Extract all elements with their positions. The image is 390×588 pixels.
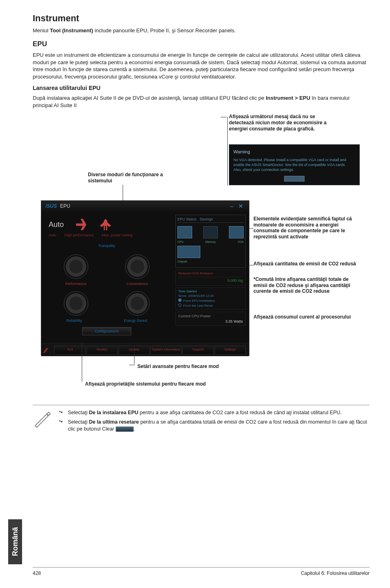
intro-pre: Meniul <box>33 27 50 34</box>
callout-line <box>123 185 123 201</box>
auto-label: Auto <box>49 220 64 229</box>
callout-warning: Afişează următorul mesaj dacă nu se dete… <box>229 114 339 132</box>
label-performance: Performance <box>65 281 87 286</box>
dial-reliability[interactable] <box>64 291 88 316</box>
titlebar: /SUS EPU – ✕ <box>41 201 249 211</box>
page-number: 428 <box>33 570 41 577</box>
warning-body: No VGA detected. Please install a compat… <box>233 158 346 167</box>
plane-icon[interactable] <box>76 219 87 230</box>
configurations-button[interactable]: Configurations <box>82 327 131 335</box>
tranquility-label: Tranquility <box>45 243 168 248</box>
footer-support[interactable]: Support <box>182 346 213 355</box>
co2-heading: Reduced CO2 Emission <box>178 272 243 277</box>
callout-settings: Setări avansate pentru fiecare mod <box>137 363 219 370</box>
callout-line <box>221 117 226 117</box>
heading-epu: EPU <box>33 40 370 49</box>
engine-label-memory: Memory <box>205 240 215 244</box>
brand-logo: /SUS <box>45 203 57 209</box>
app-footer: ⁄⁄ Tool Monitor Update System Informatio… <box>41 343 249 356</box>
engine-label-chipset: Chipset <box>177 260 187 263</box>
callout-line <box>249 228 253 229</box>
cpu-power-head: Current CPU Power <box>178 314 243 319</box>
language-label: Română <box>10 527 20 556</box>
mode-auto[interactable]: Auto <box>49 233 56 238</box>
time-started-panel: Time Started Since: 2009/01/09 12:34 Fro… <box>175 287 246 310</box>
callout-co2: Afişează cantitatea de emisii de CO2 red… <box>253 261 360 267</box>
footer-tool[interactable]: Tool <box>54 346 85 355</box>
engine-memory[interactable] <box>203 226 218 238</box>
label-energy: Energy Saved <box>124 318 147 323</box>
time-started-date: Since: 2009/01/09 12:34 <box>178 294 243 298</box>
left-pane: Auto Auto High performance Max. power sa… <box>41 211 172 343</box>
callout-toggle: *Comută între afişarea cantităţii totale… <box>253 276 360 294</box>
dial-energy[interactable] <box>125 291 150 316</box>
cpu-power-value: 3.25 Watts <box>178 319 243 324</box>
callout-line <box>249 265 253 265</box>
co2-value: 0.000 mg <box>178 277 243 284</box>
label-convenience: Convenience <box>126 281 148 286</box>
co2-panel: Reduced CO2 Emission 0.000 mg <box>175 269 246 286</box>
notes-section: Selectaţi De la instalarea EPU pentru a … <box>33 409 370 435</box>
intro-bold: Tool (Instrument) <box>50 27 93 34</box>
callout-line <box>134 348 134 364</box>
language-side-tab: Română <box>8 519 22 564</box>
engine-vga[interactable] <box>229 226 244 238</box>
callout-line <box>129 365 135 365</box>
cpu-power-panel: Current CPU Power 3.25 Watts <box>175 312 246 325</box>
epu-paragraph: EPU este un instrument de eficientizare … <box>33 52 370 80</box>
note-icon <box>33 409 52 428</box>
launch-heading: Lansarea utilitarului EPU <box>33 84 370 92</box>
chapter-label: Capitolul 6: Folosirea utilitarelor <box>301 570 370 577</box>
clear-button-image <box>116 426 134 432</box>
warning-body2: Also, check your connection settings. <box>233 168 294 172</box>
warning-dialog: Warning No VGA detected. Please install … <box>229 144 360 185</box>
callout-modes: Diverse moduri de funcţionare a sistemul… <box>88 172 178 184</box>
note-2: Selectaţi De la ultima resetare pentru a… <box>59 419 370 433</box>
footer-sysinfo[interactable]: System Information <box>150 346 182 355</box>
footer-settings[interactable]: Settings <box>215 346 246 355</box>
window-controls[interactable]: – ✕ <box>230 202 245 210</box>
label-reliability: Reliability <box>66 318 82 323</box>
footer-monitor[interactable]: Monitor <box>86 346 117 355</box>
status-panel: EPU Status Savings CPU Memory VGA <box>175 215 246 268</box>
dial-convenience[interactable] <box>125 254 150 279</box>
heading-instrument: Instrument <box>33 12 370 25</box>
mode-high-performance[interactable]: High performance <box>65 233 94 238</box>
dial-performance[interactable] <box>64 254 88 279</box>
callout-props: Afişează proprietăţile sistemului pentru… <box>85 381 206 387</box>
person-icon[interactable] <box>100 219 111 230</box>
callout-line <box>82 343 82 382</box>
mode-max-power-saving[interactable]: Max. power saving <box>102 233 132 238</box>
callout-power: Afişează consumul curent al procesorului <box>253 314 360 320</box>
engine-label-vga: VGA <box>238 240 244 244</box>
radio-from-install[interactable]: From EPU Installation <box>178 298 243 303</box>
launch-paragraph: După instalarea aplicaţiei AI Suite II d… <box>33 94 370 109</box>
footer-logo-icon: ⁄⁄ <box>45 346 54 354</box>
time-started-head: Time Started <box>178 290 243 294</box>
engine-label-cpu: CPU <box>177 240 184 244</box>
status-tab-epu[interactable]: EPU Status <box>177 217 197 222</box>
engine-chipset[interactable] <box>177 246 200 258</box>
divider <box>33 405 370 405</box>
annotated-diagram: Afişează următorul mesaj dacă nu se dete… <box>33 114 370 400</box>
callout-line <box>227 117 228 186</box>
page-footer: 428 Capitolul 6: Folosirea utilitarelor <box>33 567 370 577</box>
launch-bold: Instrument > EPU <box>266 95 310 101</box>
intro-post: include panourile EPU, Probe II, şi Sens… <box>93 27 236 34</box>
note-1: Selectaţi De la instalarea EPU pentru a … <box>59 409 370 416</box>
launch-p1: După instalarea aplicaţiei AI Suite II d… <box>33 95 266 101</box>
radio-from-reset[interactable]: From the Last Reset <box>178 303 243 308</box>
intro-line: Meniul Tool (Instrument) include panouri… <box>33 27 370 34</box>
warning-title: Warning <box>233 149 355 155</box>
callout-elements: Elementele evidenţiate semnifică faptul … <box>253 216 356 240</box>
engine-cpu[interactable] <box>177 226 192 238</box>
app-title: EPU <box>60 203 70 209</box>
warning-ok-button[interactable] <box>284 176 305 182</box>
epu-app-window: /SUS EPU – ✕ Auto Auto High performance … <box>41 200 249 356</box>
status-tab-savings[interactable]: Savings <box>200 217 213 222</box>
right-pane: EPU Status Savings CPU Memory VGA <box>172 211 249 343</box>
